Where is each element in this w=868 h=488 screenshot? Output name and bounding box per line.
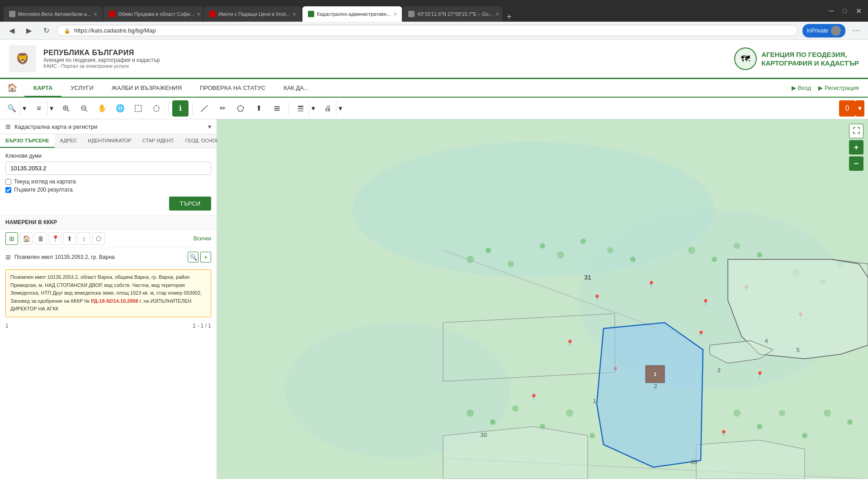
notification-button[interactable]: 0 <box>839 100 855 117</box>
search-tool-dropdown[interactable]: ▾ <box>20 100 29 117</box>
minimize-button[interactable]: ─ <box>826 7 836 15</box>
expand-map-button[interactable]: ⛶ <box>849 124 863 138</box>
logo-image: 🦁 <box>9 45 36 72</box>
globe-button[interactable]: 🌐 <box>112 100 128 117</box>
svg-text:5: 5 <box>796 347 799 353</box>
svg-text:📍: 📍 <box>697 330 705 338</box>
nav-home[interactable]: 🏠 <box>0 79 24 98</box>
upload-button[interactable]: ⬆ <box>250 100 267 117</box>
map-area[interactable]: 📍 📍 📍 📍 📍 📍 📍 📍 📍 📍 📍 <box>217 119 868 479</box>
result-item-0[interactable]: ⊞ Поземлен имот 10135.2053.2, гр. Варна … <box>0 248 217 267</box>
tab-close-google[interactable]: ✕ <box>495 12 499 17</box>
filter-location[interactable]: 📍 <box>49 232 61 245</box>
svg-point-21 <box>486 248 491 253</box>
search-tool-group: 🔍 ▾ <box>4 100 29 117</box>
svg-text:📍: 📍 <box>720 430 728 437</box>
maximize-button[interactable]: □ <box>840 7 849 14</box>
address-bar[interactable]: 🔒 https://kais.cadastre.bg/bg/Map <box>57 25 798 36</box>
filter-polygon[interactable]: ⬠ <box>92 232 105 245</box>
sidebar: ⊞ Кадастрална карта и регистри ▾ БЪРЗО Т… <box>0 119 217 479</box>
header-title: РЕПУБЛИКА БЪЛГАРИЯ <box>43 49 160 57</box>
back-button[interactable]: ◀ <box>5 24 18 37</box>
tab-close-obqvi[interactable]: ✕ <box>197 12 200 17</box>
forward-button[interactable]: ▶ <box>23 24 35 37</box>
measure-button[interactable] <box>196 100 212 117</box>
zoom-in-button[interactable] <box>58 100 74 117</box>
nav-item-karta[interactable]: КАРТА <box>24 80 61 97</box>
print-dropdown[interactable]: ▾ <box>336 100 345 117</box>
filter-trash[interactable]: 🗑 <box>34 232 47 245</box>
checkbox-first-200[interactable] <box>5 187 11 193</box>
svg-text:📍: 📍 <box>702 299 710 306</box>
result-pagination: 1 1 - 1 / 1 <box>0 320 217 332</box>
zoom-controls: ⛶ + − <box>849 124 863 171</box>
page-info: 1 - 1 / 1 <box>193 323 211 329</box>
zoom-out-button[interactable] <box>76 100 92 117</box>
tab-imoti[interactable]: Имоти с Падащи Цени в Imot... ✕ <box>204 6 302 22</box>
close-button[interactable]: ✕ <box>853 7 864 15</box>
new-tab-button[interactable]: + <box>503 12 515 22</box>
search-input[interactable] <box>5 162 211 175</box>
tab-star-ident[interactable]: СТАР ИДЕНТ. <box>137 134 180 148</box>
zoom-out-map-button[interactable]: − <box>849 156 863 171</box>
print-button[interactable]: 🖨 <box>320 100 336 117</box>
tab-cadastre[interactable]: Кадастрално-административн... ✕ <box>302 6 402 22</box>
nav-item-jalbi[interactable]: ЖАЛБИ И ВЪЗРАЖЕНИЯ <box>103 80 191 97</box>
option-current-view[interactable]: Текущ изглед на картата <box>5 178 211 185</box>
svg-text:📍: 📍 <box>530 394 538 401</box>
result-add-btn[interactable]: + <box>200 252 211 263</box>
tab-close-cadastre[interactable]: ✕ <box>393 12 397 17</box>
toolbar: 🔍 ▾ ≡ ▾ ✋ 🌐 ℹ ✏ ⬆ ⊞ <box>0 98 868 119</box>
filter-buildings[interactable]: 🏠 <box>20 232 33 245</box>
search-tabs: БЪРЗО ТЪРСЕНЕ АДРЕС ИДЕНТИФИКАТОР СТАР И… <box>0 134 217 148</box>
reload-button[interactable]: ↻ <box>40 24 52 37</box>
filter-all-label[interactable]: Всички <box>193 235 211 242</box>
tab-obqvi[interactable]: Обяви Продава в област Софи... ✕ <box>104 6 203 22</box>
nav-item-kak[interactable]: КАК ДА... <box>274 80 318 97</box>
layers-tool-button[interactable]: ≡ <box>31 100 47 117</box>
checkbox-current-view[interactable] <box>5 179 11 185</box>
svg-text:1: 1 <box>654 371 656 377</box>
svg-text:📍: 📍 <box>756 371 764 379</box>
info-button[interactable]: ℹ <box>172 100 189 117</box>
polygon-select-button[interactable] <box>148 100 165 117</box>
layer-expand-icon[interactable]: ▾ <box>208 123 211 130</box>
polygon-draw-button[interactable] <box>232 100 249 117</box>
tab-adres[interactable]: АДРЕС <box>55 134 83 148</box>
layers2-dropdown[interactable]: ▾ <box>309 100 318 117</box>
zoom-in-map-button[interactable]: + <box>849 140 863 155</box>
select-region-button[interactable]: ⊞ <box>269 100 285 117</box>
tab-identifikator[interactable]: ИДЕНТИФИКАТОР <box>82 134 137 148</box>
edit-button[interactable]: ✏ <box>214 100 231 117</box>
svg-rect-15 <box>298 110 303 112</box>
layers2-button[interactable] <box>292 100 309 117</box>
pan-button[interactable]: ✋ <box>94 100 110 117</box>
notification-dropdown-group: 0 ▾ <box>839 100 864 117</box>
header-title-block: РЕПУБЛИКА БЪЛГАРИЯ Агенция по геодезия, … <box>43 49 160 69</box>
search-options: Текущ изглед на картата Първите 200 резу… <box>5 178 211 193</box>
tab-mercedes[interactable]: Mercedes-Benz Автомобили и... ✕ <box>4 6 103 22</box>
nav-item-proverka[interactable]: ПРОВЕРКА НА СТАТУС <box>191 80 274 97</box>
tab-close-imoti[interactable]: ✕ <box>292 12 296 17</box>
svg-point-43 <box>779 410 785 416</box>
login-link[interactable]: ▶ Вход <box>792 84 811 91</box>
notification-dropdown-arrow[interactable]: ▾ <box>855 100 864 117</box>
tab-favicon-cadastre <box>308 11 314 17</box>
filter-upload2[interactable]: ⬆ <box>63 232 76 245</box>
tab-barzoto-tarsene[interactable]: БЪРЗО ТЪРСЕНЕ <box>0 134 55 148</box>
filter-updown[interactable]: ↕ <box>78 232 90 245</box>
nav-item-uslugi[interactable]: УСЛУГИ <box>61 80 102 97</box>
header-right: 🗺 АГЕНЦИЯ ПО ГЕОДЕЗИЯ, КАРТОГРАФИЯ И КАД… <box>734 47 859 70</box>
tab-close-mercedes[interactable]: ✕ <box>94 12 97 17</box>
layers-tool-dropdown[interactable]: ▾ <box>47 100 56 117</box>
result-search-btn[interactable]: 🔍 <box>188 252 198 263</box>
tab-google[interactable]: 43°15'11.6"N 27°59'15.7"E – Go... ✕ <box>403 6 502 22</box>
more-button[interactable]: ⋯ <box>850 24 863 37</box>
search-tool-button[interactable]: 🔍 <box>4 100 20 117</box>
rectangle-select-button[interactable] <box>130 100 146 117</box>
register-link[interactable]: ▶ Регистрация <box>818 84 859 91</box>
option-first-200[interactable]: Първите 200 резултата <box>5 187 211 193</box>
filter-all-parcels[interactable]: ⊞ <box>5 232 18 245</box>
search-button[interactable]: ТЪРСИ <box>169 197 212 211</box>
address-bar-row: ◀ ▶ ↻ 🔒 https://kais.cadastre.bg/bg/Map … <box>0 22 868 40</box>
